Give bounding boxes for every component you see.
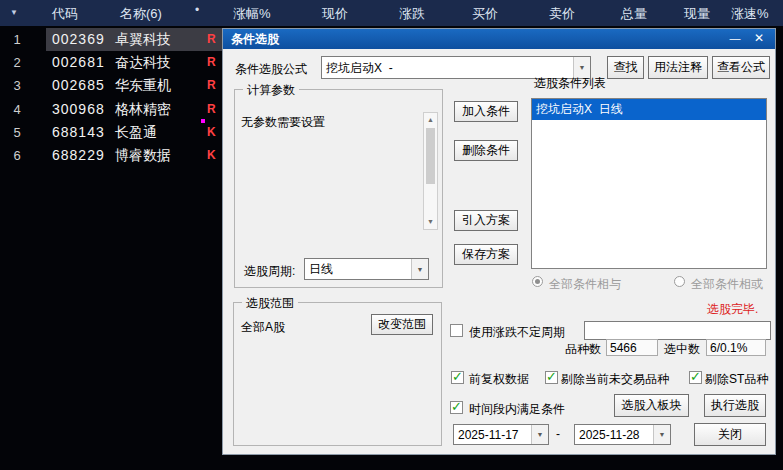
header-change[interactable]: 涨跌	[399, 5, 425, 23]
exclude-untraded-checkbox[interactable]: ✓	[545, 371, 558, 384]
header-pct[interactable]: 涨幅%	[233, 5, 271, 23]
table-row[interactable]: 5 688143 长盈通 K	[0, 121, 222, 144]
row-index: 1	[0, 32, 34, 47]
stock-name[interactable]: 长盈通	[115, 124, 157, 142]
stock-name[interactable]: 奋达科技	[115, 54, 171, 72]
table-row[interactable]: 6 688229 博睿数据 K	[0, 144, 222, 167]
variable-period-label: 使用涨跌不定周期	[469, 324, 565, 341]
stock-flag: R	[207, 32, 216, 46]
formula-label: 条件选股公式	[235, 61, 307, 78]
selected-count-field: 6/0.1%	[706, 339, 766, 356]
header-code[interactable]: 代码	[52, 5, 78, 23]
range-group-label: 选股范围	[242, 295, 298, 312]
row-index: 5	[0, 125, 34, 140]
import-plan-button[interactable]: 引入方案	[454, 210, 518, 231]
row-index: 6	[0, 148, 34, 163]
scroll-down-icon[interactable]: ▼	[424, 215, 437, 229]
period-value: 日线	[309, 261, 333, 278]
header-cur-volume[interactable]: 现量	[684, 5, 710, 23]
header-speed[interactable]: 涨速%	[731, 5, 769, 23]
table-row[interactable]: 2 002681 奋达科技 R	[0, 51, 222, 74]
save-plan-button[interactable]: 保存方案	[454, 244, 518, 265]
status-done-text: 选股完毕.	[707, 301, 758, 318]
condition-list-item[interactable]: 挖坑启动X 日线	[532, 99, 766, 120]
chevron-down-icon[interactable]: ▼	[653, 425, 670, 444]
radio-all-or[interactable]	[674, 276, 685, 287]
formula-value: 挖坑启动X -	[326, 59, 393, 76]
dialog-titlebar[interactable]: 条件选股 — ✕	[223, 29, 775, 49]
change-range-button[interactable]: 改变范围	[371, 314, 433, 335]
radio-dot	[535, 279, 540, 284]
dialog-title: 条件选股	[231, 32, 279, 46]
total-count-field: 5466	[606, 339, 658, 356]
stock-code[interactable]: 688229	[52, 147, 105, 163]
range-value: 全部A股	[241, 319, 285, 336]
radio-all-and-label: 全部条件相与	[549, 276, 621, 293]
date-range-dash: -	[556, 427, 560, 441]
stock-code[interactable]: 688143	[52, 124, 105, 140]
stock-name[interactable]: 华东重机	[115, 77, 171, 95]
params-scrollbar[interactable]: ▲ ▼	[423, 112, 438, 230]
time-range-label: 时间段内满足条件	[469, 401, 565, 418]
add-condition-button[interactable]: 加入条件	[454, 101, 518, 122]
variable-period-checkbox[interactable]	[450, 324, 463, 337]
view-formula-button[interactable]: 查看公式	[712, 56, 770, 79]
minimize-icon[interactable]: —	[725, 29, 745, 49]
stock-name[interactable]: 卓翼科技	[115, 31, 171, 49]
row-index: 2	[0, 55, 34, 70]
condition-list-label: 选股条件列表	[534, 75, 606, 92]
execute-button[interactable]: 执行选股	[704, 394, 766, 417]
scrollbar-thumb[interactable]	[426, 128, 435, 184]
table-row[interactable]: 3 002685 华东重机 R	[0, 74, 222, 97]
stock-flag: K	[207, 125, 216, 139]
stock-picker-dialog: 条件选股 — ✕ 条件选股公式 挖坑启动X - ▼ 查找 用法注释 查看公式 计…	[222, 28, 776, 455]
stock-code[interactable]: 002681	[52, 54, 105, 70]
stock-name[interactable]: 博睿数据	[115, 147, 171, 165]
check-icon: ✓	[690, 369, 701, 384]
stock-code[interactable]: 002685	[52, 77, 105, 93]
header-ask[interactable]: 卖价	[549, 5, 575, 23]
no-params-text: 无参数需要设置	[241, 114, 325, 131]
header-name[interactable]: 名称(6)	[120, 5, 162, 23]
stock-flag: R	[207, 102, 216, 116]
forward-adjusted-checkbox[interactable]: ✓	[451, 371, 464, 384]
scroll-up-icon[interactable]: ▲	[424, 113, 437, 127]
date-from-combobox[interactable]: 2025-11-17 ▼	[453, 424, 549, 445]
magenta-marker-dot	[201, 119, 205, 123]
header-price[interactable]: 现价	[322, 5, 348, 23]
radio-all-or-label: 全部条件相或	[691, 276, 763, 293]
header-volume[interactable]: 总量	[621, 5, 647, 23]
pick-to-board-button[interactable]: 选股入板块	[614, 394, 689, 417]
forward-adjusted-label: 前复权数据	[469, 371, 529, 388]
table-row[interactable]: 1 002369 卓翼科技 R	[0, 28, 222, 51]
app-window: ▼ 代码 名称(6) • 涨幅% 现价 涨跌 买价 卖价 总量 现量 涨速% 1…	[0, 0, 783, 470]
time-range-checkbox[interactable]: ✓	[450, 401, 463, 414]
condition-listbox[interactable]: 挖坑启动X 日线	[531, 98, 767, 269]
period-combobox[interactable]: 日线 ▼	[304, 258, 429, 280]
check-icon: ✓	[451, 399, 462, 414]
period-label: 选股周期:	[244, 263, 295, 280]
exclude-st-label: 剔除ST品种	[705, 371, 768, 388]
close-icon[interactable]: ✕	[749, 29, 769, 49]
stock-code[interactable]: 002369	[52, 31, 105, 47]
check-icon: ✓	[452, 369, 463, 384]
stock-flag: R	[207, 78, 216, 92]
stock-table-header: ▼ 代码 名称(6) • 涨幅% 现价 涨跌 买价 卖价 总量 现量 涨速%	[0, 0, 783, 26]
chevron-down-icon[interactable]: ▼	[411, 259, 428, 279]
exclude-st-checkbox[interactable]: ✓	[689, 371, 702, 384]
header-bid[interactable]: 买价	[472, 5, 498, 23]
table-row[interactable]: 4 300968 格林精密 R	[0, 98, 222, 121]
calc-params-group: 计算参数 无参数需要设置 ▲ ▼ 选股周期: 日线 ▼	[234, 89, 443, 288]
variable-period-input[interactable]	[584, 321, 771, 340]
date-to-combobox[interactable]: 2025-11-28 ▼	[574, 424, 671, 445]
remove-condition-button[interactable]: 删除条件	[454, 140, 518, 161]
close-button[interactable]: 关闭	[694, 423, 766, 446]
chevron-down-icon[interactable]: ▼	[531, 425, 548, 444]
stock-name[interactable]: 格林精密	[115, 101, 171, 119]
radio-all-and[interactable]	[532, 276, 543, 287]
find-button[interactable]: 查找	[607, 56, 644, 79]
usage-notes-button[interactable]: 用法注释	[648, 56, 708, 79]
stock-code[interactable]: 300968	[52, 101, 105, 117]
stock-flag: R	[207, 55, 216, 69]
sort-arrow-icon[interactable]: ▼	[10, 8, 18, 17]
